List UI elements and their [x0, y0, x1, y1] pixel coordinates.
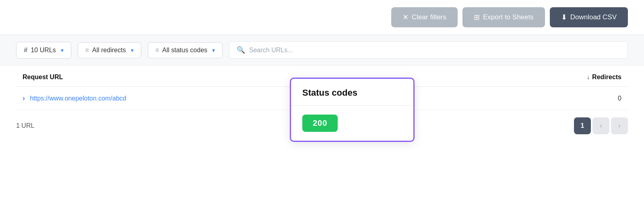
- footer: 1 URL 1 ‹ ›: [0, 110, 644, 141]
- cell-status-code: [383, 87, 536, 110]
- chevron-down-icon: ▾: [131, 47, 134, 53]
- export-sheets-label: Export to Sheets: [483, 13, 534, 21]
- redirects-table: Request URL ↓ Redirects › https://www.on…: [16, 66, 628, 110]
- search-placeholder: Search URLs...: [249, 47, 293, 54]
- chevron-down-icon: ▾: [61, 47, 64, 53]
- export-sheets-button[interactable]: ⊞ Export to Sheets: [462, 7, 545, 27]
- page-1-button[interactable]: 1: [574, 117, 591, 134]
- search-box[interactable]: 🔍 Search URLs...: [229, 41, 628, 59]
- expand-row-button[interactable]: ›: [23, 94, 28, 103]
- col-header-request-url: Request URL: [16, 66, 383, 87]
- cell-url: › https://www.onepeloton.com/abcd: [16, 87, 383, 110]
- col-redirects-label: Redirects: [592, 74, 621, 81]
- urls-count-label: 10 URLs: [31, 47, 56, 54]
- download-icon: ⬇: [561, 13, 567, 22]
- download-csv-label: Download CSV: [570, 13, 617, 21]
- search-icon: 🔍: [237, 46, 245, 54]
- chevron-down-icon: ▾: [212, 47, 215, 53]
- url-link[interactable]: https://www.onepeloton.com/abcd: [30, 95, 126, 102]
- download-csv-button[interactable]: ⬇ Download CSV: [550, 7, 628, 27]
- urls-count-dropdown[interactable]: # 10 URLs ▾: [16, 42, 71, 59]
- pagination: 1 ‹ ›: [574, 117, 628, 134]
- main-content: Request URL ↓ Redirects › https://www.on…: [0, 66, 644, 110]
- all-status-codes-label: All status codes: [162, 47, 207, 54]
- all-redirects-label: All redirects: [92, 47, 126, 54]
- all-redirects-dropdown[interactable]: ≡ All redirects ▾: [78, 42, 141, 58]
- sort-down-icon: ↓: [587, 74, 590, 80]
- filter-bar: # 10 URLs ▾ ≡ All redirects ▾ ≡ All stat…: [0, 35, 644, 66]
- table-row: › https://www.onepeloton.com/abcd 0: [16, 87, 628, 110]
- next-page-button[interactable]: ›: [611, 117, 628, 134]
- all-status-codes-dropdown[interactable]: ≡ All status codes ▾: [148, 42, 223, 58]
- x-icon: ✕: [402, 13, 409, 22]
- filter-icon: ≡: [155, 47, 159, 54]
- cell-redirects-count: 0: [536, 87, 628, 110]
- toolbar: ✕ Clear filters ⊞ Export to Sheets ⬇ Dow…: [0, 0, 644, 35]
- col-header-status-codes: [383, 66, 536, 87]
- footer-url-count: 1 URL: [16, 122, 34, 129]
- filter-icon: ≡: [85, 47, 89, 54]
- prev-page-button[interactable]: ‹: [592, 117, 609, 134]
- hash-icon: #: [24, 46, 27, 54]
- col-header-redirects: ↓ Redirects: [536, 66, 628, 87]
- clear-filters-button[interactable]: ✕ Clear filters: [391, 7, 458, 27]
- clear-filters-label: Clear filters: [412, 13, 446, 21]
- table-icon: ⊞: [474, 13, 480, 22]
